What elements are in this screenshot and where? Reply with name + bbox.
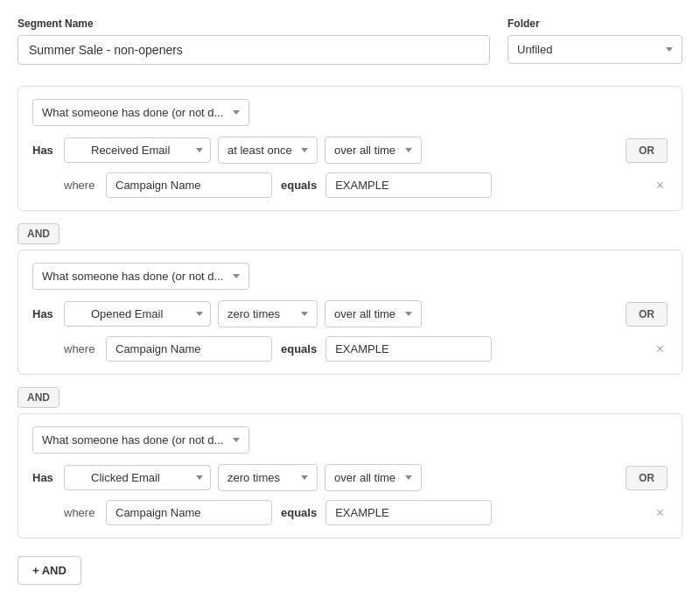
block-1-where-label: where: [64, 179, 97, 192]
block-2-event-select[interactable]: Received Email Opened Email Clicked Emai…: [64, 301, 211, 327]
block-2-event-wrapper: Received Email Opened Email Clicked Emai…: [64, 301, 211, 327]
block-1-condition-row: Has Received Email Opened Email Clicked …: [32, 137, 668, 164]
and-label-1: AND: [18, 223, 60, 244]
block-1-time-select[interactable]: over all time in the last before: [325, 137, 422, 164]
block-2-campaign-name-input[interactable]: [106, 336, 272, 362]
and-connector-1: AND: [18, 218, 682, 250]
segment-name-input[interactable]: [18, 35, 490, 65]
block-1-equals-label: equals: [281, 179, 317, 192]
add-and-container: + AND: [18, 545, 682, 585]
block-2-frequency-select[interactable]: at least once zero times exactly: [218, 300, 318, 327]
block-3-has-label: Has: [32, 471, 57, 484]
block-2-remove-button[interactable]: ×: [653, 341, 668, 358]
block-3-or-button[interactable]: OR: [626, 466, 668, 490]
block-3-campaign-name-input[interactable]: [106, 500, 272, 525]
block-3-type-select[interactable]: What someone has done (or not d... Prope…: [32, 426, 249, 454]
folder-label: Folder: [508, 18, 682, 30]
block-2-header: What someone has done (or not d... Prope…: [32, 263, 668, 290]
block-1-header: What someone has done (or not d... Prope…: [32, 99, 668, 126]
block-1-or-button[interactable]: OR: [626, 138, 668, 163]
block-3-frequency-select[interactable]: at least once zero times exactly: [218, 464, 318, 491]
block-2-equals-label: equals: [281, 342, 317, 355]
segment-name-label: Segment Name: [18, 18, 490, 30]
condition-block-1: What someone has done (or not d... Prope…: [18, 86, 682, 211]
block-1-remove-button[interactable]: ×: [653, 177, 668, 194]
folder-select[interactable]: Unfiled Folder 1 Folder 2: [508, 35, 682, 64]
block-3-time-select[interactable]: over all time in the last before: [325, 464, 422, 491]
block-3-remove-button[interactable]: ×: [653, 504, 668, 522]
folder-group: Folder Unfiled Folder 1 Folder 2: [508, 18, 682, 64]
block-1-event-select[interactable]: Received Email Opened Email Clicked Emai…: [64, 137, 211, 163]
block-2-where-row: where equals ×: [32, 336, 668, 362]
block-1-campaign-name-input[interactable]: [106, 172, 272, 198]
block-2-where-label: where: [64, 342, 97, 355]
form-header: Segment Name Folder Unfiled Folder 1 Fol…: [18, 18, 682, 65]
block-2-has-label: Has: [32, 307, 57, 320]
and-connector-2: AND: [18, 382, 682, 413]
block-1-frequency-select[interactable]: at least once zero times exactly: [218, 137, 318, 164]
block-2-time-select[interactable]: over all time in the last before: [325, 300, 422, 327]
block-3-event-wrapper: Received Email Opened Email Clicked Emai…: [64, 465, 211, 490]
block-3-header: What someone has done (or not d... Prope…: [32, 426, 668, 454]
block-3-where-row: where equals ×: [32, 500, 668, 525]
block-3-equals-label: equals: [281, 506, 317, 519]
block-3-event-select[interactable]: Received Email Opened Email Clicked Emai…: [64, 465, 211, 490]
condition-block-2: What someone has done (or not d... Prope…: [18, 250, 682, 375]
condition-block-3: What someone has done (or not d... Prope…: [18, 413, 682, 538]
block-2-value-input[interactable]: [326, 336, 492, 362]
block-3-condition-row: Has Received Email Opened Email Clicked …: [32, 464, 668, 491]
block-3-value-input[interactable]: [326, 500, 492, 525]
block-2-or-button[interactable]: OR: [626, 302, 668, 327]
and-label-2: AND: [18, 387, 60, 408]
block-1-event-wrapper: Received Email Opened Email Clicked Emai…: [64, 137, 211, 163]
block-3-where-label: where: [64, 506, 97, 519]
block-2-condition-row: Has Received Email Opened Email Clicked …: [32, 300, 668, 327]
block-1-has-label: Has: [32, 144, 57, 157]
block-1-type-select[interactable]: What someone has done (or not d... Prope…: [32, 99, 249, 126]
block-1-where-row: where equals ×: [32, 172, 668, 198]
add-and-button[interactable]: + AND: [18, 556, 81, 585]
block-2-type-select[interactable]: What someone has done (or not d... Prope…: [32, 263, 249, 290]
block-1-value-input[interactable]: [326, 172, 492, 198]
segment-name-group: Segment Name: [18, 18, 490, 65]
